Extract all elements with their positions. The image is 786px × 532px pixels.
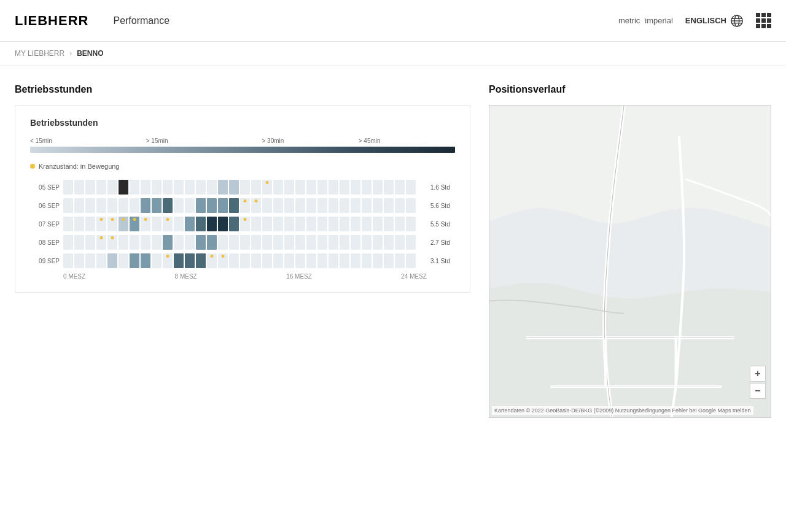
crane-dot-icon xyxy=(30,164,35,169)
header: LIEBHERR Performance metric imperial ENG… xyxy=(0,0,786,42)
time-label-2: 16 MESZ xyxy=(286,273,312,280)
legend-label-1: > 15min xyxy=(146,137,262,144)
table-row: 06 SEP xyxy=(30,198,455,213)
positionsverlauf-title: Positionsverlauf xyxy=(489,84,771,95)
chart-area: 05 SEP xyxy=(30,180,455,280)
time-label-1: 8 MESZ xyxy=(175,273,197,280)
nav-performance: Performance xyxy=(113,15,169,26)
map-attribution: Kartendaten © 2022 GeoBasis-DE/BKG (©200… xyxy=(492,406,753,415)
main-content: Betriebsstunden Betriebsstunden < 15min … xyxy=(0,66,786,436)
chart-title: Betriebsstunden xyxy=(30,118,455,128)
time-label-3: 24 MESZ xyxy=(401,273,427,280)
row-date-2: 07 SEP xyxy=(30,221,60,228)
betriebsstunden-title: Betriebsstunden xyxy=(15,84,470,95)
legend-bar-container: < 15min > 15min > 30min > 45min xyxy=(30,137,455,153)
betriebsstunden-panel: Betriebsstunden Betriebsstunden < 15min … xyxy=(15,84,470,418)
row-value-0: 1.6 Std xyxy=(430,184,455,191)
breadcrumb-current: BENNO xyxy=(77,49,103,58)
row-cells-1 xyxy=(63,198,427,213)
chart-container: Betriebsstunden < 15min > 15min > 30min … xyxy=(15,105,470,293)
breadcrumb-separator: › xyxy=(69,49,72,58)
app-grid-icon[interactable] xyxy=(756,13,771,28)
positionsverlauf-panel: Positionsverlauf xyxy=(489,84,771,418)
row-value-2: 5.5 Std xyxy=(430,221,455,228)
globe-icon xyxy=(730,14,744,28)
language-selector[interactable]: ENGLISCH xyxy=(685,14,744,28)
row-cells-3 xyxy=(63,235,427,250)
gradient-bar xyxy=(30,147,455,153)
map-controls[interactable]: + − xyxy=(750,366,766,399)
row-value-3: 2.7 Std xyxy=(430,239,455,246)
row-value-1: 5.6 Std xyxy=(430,202,455,209)
header-right: metric imperial ENGLISCH xyxy=(618,13,771,28)
row-date-4: 09 SEP xyxy=(30,258,60,264)
table-row: 05 SEP xyxy=(30,180,455,195)
row-date-1: 06 SEP xyxy=(30,202,60,209)
legend-label-2: > 30min xyxy=(262,137,358,144)
row-cells-0 xyxy=(63,180,427,195)
time-label-0: 0 MESZ xyxy=(63,273,85,280)
crane-legend: Kranzustand: in Bewegung xyxy=(30,163,455,170)
breadcrumb-parent[interactable]: MY LIEBHERR xyxy=(15,49,64,58)
legend-label-0: < 15min xyxy=(30,137,146,144)
table-row: 08 SEP xyxy=(30,235,455,250)
crane-legend-label: Kranzustand: in Bewegung xyxy=(39,163,119,170)
zoom-out-button[interactable]: − xyxy=(750,383,766,399)
language-label: ENGLISCH xyxy=(685,16,726,25)
row-value-4: 3.1 Std xyxy=(430,258,455,264)
table-row: 07 SEP xyxy=(30,217,455,231)
zoom-in-button[interactable]: + xyxy=(750,366,766,382)
breadcrumb: MY LIEBHERR › BENNO xyxy=(0,42,786,66)
table-row: 09 SEP xyxy=(30,253,455,268)
metric-label[interactable]: metric xyxy=(618,16,640,25)
row-cells-4 xyxy=(63,253,427,268)
time-axis: 0 MESZ 8 MESZ 16 MESZ 24 MESZ xyxy=(30,273,455,280)
legend-labels: < 15min > 15min > 30min > 45min xyxy=(30,137,455,144)
legend-label-3: > 45min xyxy=(359,137,455,144)
metric-imperial-toggle[interactable]: metric imperial xyxy=(618,16,673,25)
imperial-label[interactable]: imperial xyxy=(645,16,673,25)
row-date-0: 05 SEP xyxy=(30,184,60,191)
map-svg xyxy=(489,106,771,417)
row-cells-2 xyxy=(63,217,427,231)
logo: LIEBHERR xyxy=(15,13,88,29)
row-date-3: 08 SEP xyxy=(30,239,60,246)
map-container[interactable]: + − Kartendaten © 2022 GeoBasis-DE/BKG (… xyxy=(489,105,771,418)
